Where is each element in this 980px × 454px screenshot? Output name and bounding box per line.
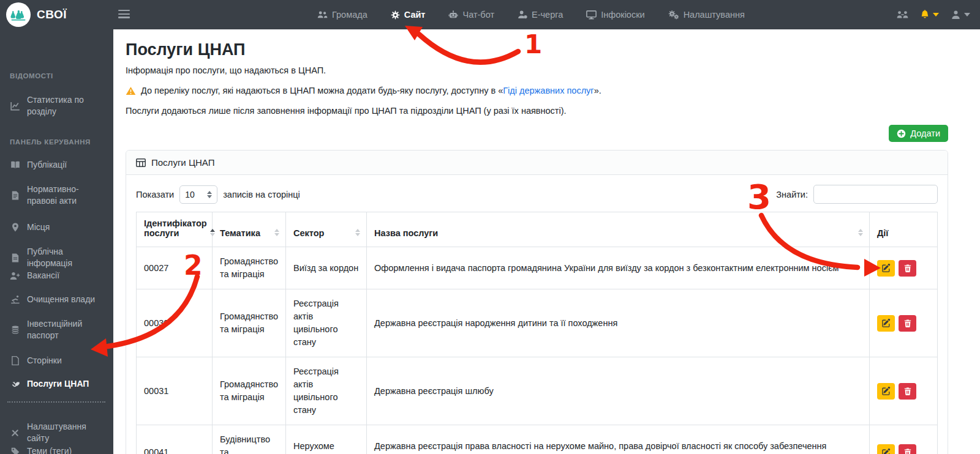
top-navbar: СВОЇ Громада Сайт Чат-бот — [0, 0, 980, 29]
cell-name: Оформлення і видача паспорта громадянина… — [367, 247, 870, 289]
page-title: Послуги ЦНАП — [126, 40, 948, 59]
card-header-title: Послуги ЦНАП — [151, 157, 214, 168]
sidebar: ВІДОМОСТІ Статистика по розділу ПАНЕЛЬ К… — [0, 29, 113, 454]
page-subtitle: Інформація про послуги, що надаються в Ц… — [126, 65, 948, 75]
nav-item-chatbot[interactable]: Чат-бот — [448, 10, 494, 20]
cell-sector: Виїзд за кордон — [286, 247, 367, 289]
sidebar-item-ochyshchennia-vlady[interactable]: Очищення влади — [10, 294, 108, 305]
sidebar-item-label: Місця — [27, 221, 50, 233]
sidebar-item-publichna-informatsiia[interactable]: Публічна інформація — [10, 246, 108, 269]
sidebar-item-nalashtuvannia-saitu[interactable]: Налаштування сайту — [10, 421, 108, 444]
table-row: 00031 Громадянство та міграція Реєстраці… — [137, 357, 938, 425]
nav-item-echerha[interactable]: Е-черга — [518, 10, 563, 20]
edit-button[interactable] — [877, 260, 895, 277]
sidebar-item-mistsia[interactable]: Місця — [10, 221, 108, 233]
sidebar-item-label: Очищення влади — [27, 294, 95, 305]
search-control: Знайти: — [776, 185, 938, 204]
page-size-control: Показати 10 записів на сторінці — [136, 185, 300, 204]
nav-item-nalashtuvannia[interactable]: Налаштування — [668, 10, 745, 20]
delete-button[interactable] — [899, 260, 916, 277]
sidebar-item-label: Публічна інформація — [27, 246, 108, 269]
page-size-select[interactable]: 10 — [179, 185, 217, 204]
delete-button[interactable] — [899, 383, 916, 400]
file-lines-icon — [10, 184, 20, 206]
cell-actions — [870, 247, 938, 289]
notifications-menu[interactable] — [920, 10, 939, 20]
column-header-id[interactable]: Ідентифікатор послуги — [137, 212, 213, 247]
sidebar-item-storinky[interactable]: Сторінки — [10, 355, 108, 367]
main-content: Послуги ЦНАП Інформація про послуги, що … — [113, 29, 980, 454]
chart-line-icon — [10, 95, 20, 117]
navbar-right — [897, 0, 970, 29]
trash-icon — [904, 448, 911, 454]
cell-actions — [870, 357, 938, 425]
sort-icon[interactable] — [210, 229, 215, 236]
delete-button[interactable] — [899, 444, 916, 454]
edit-pencil-icon — [882, 264, 891, 272]
add-button-label: Додати — [910, 128, 940, 138]
sidebar-item-statystyka[interactable]: Статистика по розділу — [10, 94, 108, 117]
column-header-sector[interactable]: Сектор — [286, 212, 367, 247]
nav-label: Громада — [332, 10, 368, 20]
sidebar-item-label: Послуги ЦНАП — [27, 378, 89, 390]
trash-icon — [904, 387, 911, 395]
sidebar-item-vakansii[interactable]: Вакансії — [10, 270, 108, 281]
search-input[interactable] — [813, 185, 938, 204]
nav-label: Чат-бот — [462, 10, 494, 20]
sidebar-section-vidomosti: ВІДОМОСТІ — [10, 72, 53, 80]
kiosk-monitor-icon — [586, 10, 597, 20]
table-controls: Показати 10 записів на сторінці Знайти: — [136, 185, 938, 204]
chevron-down-icon — [933, 13, 939, 17]
brand[interactable]: СВОЇ — [6, 2, 67, 27]
brand-logo-icon — [6, 2, 31, 27]
guide-link[interactable]: Гіді державних послуг — [503, 86, 594, 95]
trash-icon — [904, 319, 911, 327]
nav-item-sait[interactable]: Сайт — [391, 10, 426, 20]
warning-triangle-icon — [126, 86, 136, 95]
edit-button[interactable] — [877, 444, 895, 454]
cell-name: Державна реєстрація народження дитини та… — [367, 289, 870, 357]
sort-icon[interactable] — [274, 229, 279, 236]
select-caret-icon — [207, 191, 212, 198]
sidebar-item-publikatsii[interactable]: Публікації — [10, 159, 108, 171]
partners-icon[interactable] — [897, 10, 908, 20]
services-note: Послуги додаються лише після заповнення … — [126, 106, 948, 116]
nav-item-hromada[interactable]: Громада — [317, 10, 368, 20]
per-page-label: записів на сторінці — [223, 190, 300, 199]
page-size-value: 10 — [185, 190, 195, 199]
hamburger-menu-icon[interactable] — [118, 10, 130, 20]
add-button[interactable]: Додати — [889, 125, 948, 142]
sidebar-item-npa[interactable]: Нормативно-правові акти — [10, 184, 108, 206]
column-header-name[interactable]: Назва послуги — [367, 212, 870, 247]
edit-pencil-icon — [882, 387, 891, 395]
cell-id: 00041 — [137, 425, 213, 454]
tag-icon — [10, 446, 20, 454]
edit-button[interactable] — [877, 383, 895, 400]
page-icon — [10, 355, 20, 367]
column-header-theme[interactable]: Тематика — [213, 212, 286, 247]
sidebar-item-investytsiinyi-pasport[interactable]: Інвестиційний паспорт — [10, 318, 108, 341]
trash-icon — [904, 264, 911, 272]
sidebar-item-temy-tehy[interactable]: Теми (теги) — [10, 445, 108, 454]
sidebar-item-posluhy-cnap[interactable]: Послуги ЦНАП — [10, 378, 108, 390]
sort-icon[interactable] — [858, 229, 863, 236]
tools-icon — [10, 422, 20, 444]
toolbar: Додати — [126, 125, 948, 142]
edit-button[interactable] — [877, 315, 895, 332]
sort-icon[interactable] — [355, 229, 360, 236]
queue-person-icon — [518, 10, 527, 19]
handshake-icon — [10, 379, 20, 390]
user-menu[interactable] — [951, 10, 970, 20]
robot-icon — [448, 10, 458, 20]
user-plus-icon — [10, 270, 20, 281]
nav-item-infokiosky[interactable]: Інфокіоски — [586, 10, 644, 20]
user-icon — [951, 10, 961, 20]
cell-sector: Реєстрація актів цивільного стану — [286, 357, 367, 425]
table-header-row: Ідентифікатор послуги Тематика Сектор На… — [137, 212, 938, 247]
card-header: Послуги ЦНАП — [126, 151, 948, 175]
sidebar-divider — [7, 401, 105, 403]
show-label: Показати — [136, 190, 174, 199]
cell-id: 00027 — [137, 247, 213, 289]
delete-button[interactable] — [899, 315, 916, 332]
brand-name: СВОЇ — [37, 8, 67, 21]
